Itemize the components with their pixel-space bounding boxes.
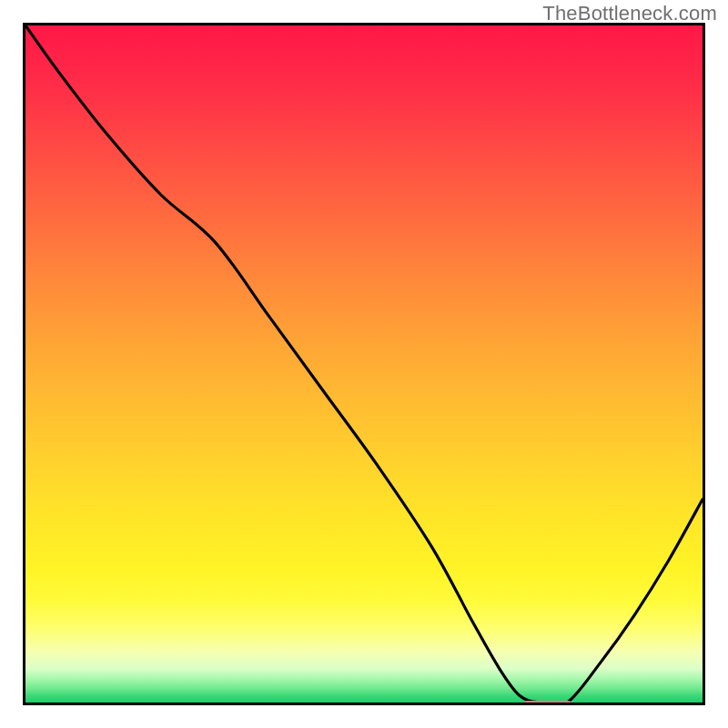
- bottleneck-curve: [25, 25, 703, 703]
- plot-area: [23, 23, 705, 705]
- optimal-range-marker: [522, 701, 574, 705]
